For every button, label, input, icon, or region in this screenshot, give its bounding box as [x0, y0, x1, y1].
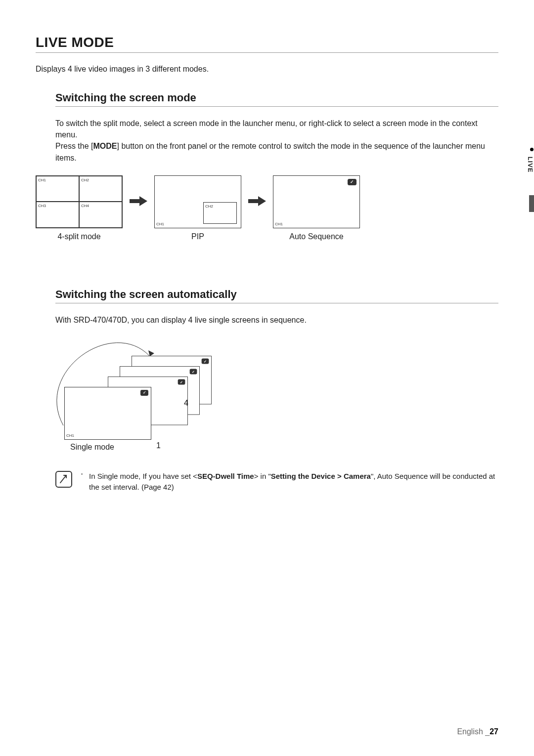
subsection-1-text: To switch the split mode, select a scree…: [55, 118, 498, 164]
s1p1: To switch the split mode, select a scree…: [55, 119, 478, 139]
side-tab-marker: [529, 195, 534, 212]
s1p2-mode: MODE: [93, 142, 117, 150]
pip-ch2: CH2: [205, 204, 213, 209]
label-1: 1: [156, 441, 161, 450]
arrow-icon: [130, 196, 147, 208]
mode-auto-box: CH1 ✓: [273, 175, 360, 228]
mode-4split: CH1 CH2 CH3 CH4 4-split mode: [36, 175, 123, 241]
sequence-icon: ✓: [190, 369, 197, 374]
subsection-2-text: With SRD-470/470D, you can display 4 liv…: [55, 314, 498, 326]
footer-page: 27: [490, 727, 498, 736]
side-tab-label: LIVE: [527, 157, 534, 173]
ch1: CH1: [38, 178, 46, 182]
subsection-title-switching-mode: Switching the screen mode: [55, 91, 498, 107]
mode-diagram-row: CH1 CH2 CH3 CH4 4-split mode CH1 CH2 PIP: [36, 175, 498, 241]
mode-4split-box: CH1 CH2 CH3 CH4: [36, 175, 123, 228]
ch3: CH3: [38, 204, 46, 208]
s1p2a: Press the [: [55, 142, 93, 150]
subsection-title-switching-auto: Switching the screen automatically: [55, 288, 498, 303]
side-tab-live: LIVE: [523, 146, 534, 175]
mode-auto: CH1 ✓ Auto Sequence: [273, 175, 360, 241]
nt1: In Single mode, If you have set <: [89, 472, 197, 480]
pip-inner-box: CH2: [203, 202, 237, 224]
sequence-icon: ✓: [178, 379, 185, 384]
single-mode-diagram: ✓ ✓ ✓ ✓ CH1 4 Single mode 1: [55, 337, 184, 451]
arrow-icon: [248, 196, 266, 208]
s1p2c: ] button on the front panel or the remot…: [55, 142, 485, 162]
footer-lang: English _: [457, 727, 490, 736]
mode-pip: CH1 CH2 PIP: [154, 175, 241, 241]
sequence-icon: ✓: [202, 358, 209, 364]
auto-ch1: CH1: [275, 222, 283, 226]
nt3: > in ": [254, 472, 271, 480]
nt2: SEQ-Dwell Time: [197, 472, 254, 480]
page-footer: English _27: [457, 727, 498, 736]
single-ch1: CH1: [66, 433, 74, 438]
sequence-icon: ✓: [348, 179, 356, 185]
mode-pip-box: CH1 CH2: [154, 175, 241, 228]
label-auto: Auto Sequence: [289, 232, 343, 241]
pip-ch1: CH1: [156, 222, 164, 226]
nt4: Setting the Device > Camera: [271, 472, 371, 480]
label-4split: 4-split mode: [57, 232, 100, 241]
ch4: CH4: [81, 204, 89, 208]
ch2: CH2: [81, 178, 89, 182]
note-text: In Single mode, If you have set <SEQ-Dwe…: [81, 471, 498, 493]
label-pip: PIP: [191, 232, 204, 241]
intro-text: Displays 4 live video images in 3 differ…: [36, 65, 498, 74]
note-icon: [55, 471, 72, 488]
label-single-mode: Single mode: [70, 443, 114, 452]
sequence-icon: ✓: [140, 390, 148, 396]
label-4: 4: [184, 399, 188, 408]
section-title: LIVE MODE: [36, 35, 498, 53]
note-row: In Single mode, If you have set <SEQ-Dwe…: [55, 471, 498, 493]
